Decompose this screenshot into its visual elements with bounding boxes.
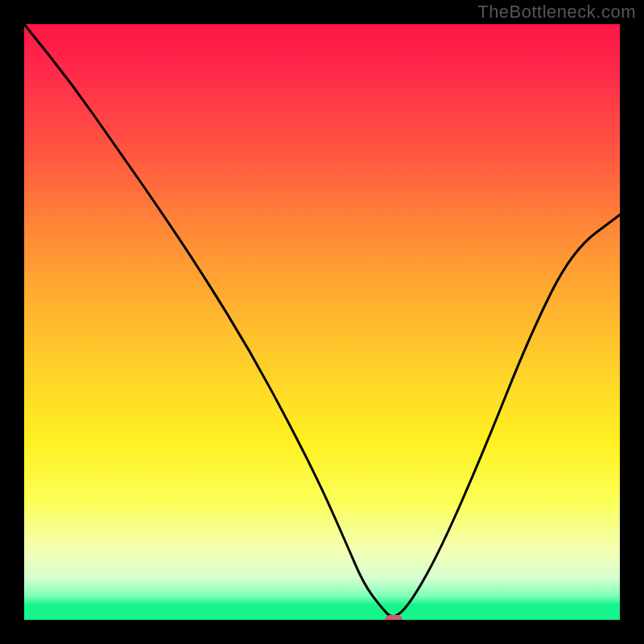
bottleneck-curve — [24, 24, 620, 620]
plot-area — [24, 24, 620, 620]
watermark-text: TheBottleneck.com — [477, 2, 636, 23]
chart-frame: TheBottleneck.com — [0, 0, 644, 644]
optimal-point-marker — [385, 615, 402, 620]
